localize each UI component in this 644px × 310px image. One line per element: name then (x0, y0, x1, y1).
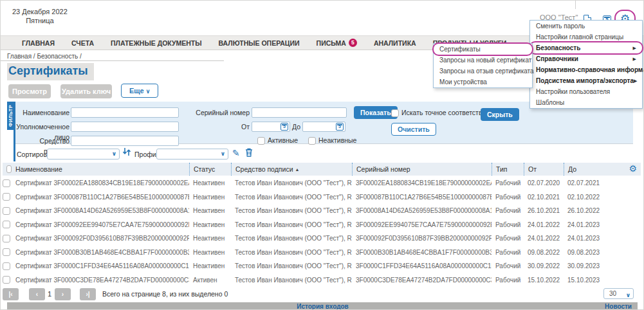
login-history-link[interactable]: История входов (1, 303, 644, 310)
cert-status: Неактивен (189, 235, 231, 242)
header-divider (575, 1, 576, 9)
calendar-icon[interactable]: 5 (336, 123, 344, 131)
nav-item[interactable]: СЧЕТА (63, 39, 102, 47)
table-row[interactable]: Сертификат 3F0000C1FFD34E64A5116A08A0000… (3, 259, 641, 273)
date-from-input[interactable]: 5 (252, 122, 290, 132)
row-checkbox[interactable] (3, 235, 10, 242)
sort-asc-icon: ▲ (295, 167, 300, 172)
view-button[interactable]: Просмотр (8, 84, 51, 98)
clear-button[interactable]: Очистить (391, 123, 436, 136)
cert-serial: 3F000092F0D395610B87F39BB20000000092F0 (352, 235, 492, 242)
delete-profile-trash-icon[interactable] (245, 148, 253, 158)
settings-menu-item[interactable]: Настройки пользователя ▶ (530, 86, 642, 97)
table-settings-gear-icon[interactable]: ⚙ (629, 163, 637, 174)
nav-item[interactable]: ГЛАВНАЯ (14, 39, 63, 47)
cert-status: Неактивен (189, 207, 231, 214)
sort-direction-icon[interactable] (122, 147, 131, 158)
col-from[interactable]: От (524, 163, 564, 176)
edit-profile-pencil-icon[interactable]: ✎ (232, 148, 240, 158)
row-checkbox[interactable] (3, 207, 10, 215)
tool-filter-input[interactable] (71, 136, 179, 146)
cert-name: Сертификат 3F0000C1FFD34E64A5116A08A0000… (12, 262, 189, 269)
date-to-label: До (292, 122, 300, 132)
breadcrumb[interactable]: Главная / Безопасность / (7, 53, 82, 60)
cert-name: Сертификат 3F000092F0D395610B87F39BB2000… (12, 235, 189, 242)
page-summary: Всего на странице 8, из них выделено 0 (102, 290, 228, 298)
row-checkbox[interactable] (3, 262, 10, 270)
cert-valid-to: 24.01.2023 (564, 235, 641, 242)
delete-key-button[interactable]: Удалить ключ (60, 84, 112, 98)
table-row[interactable]: Сертификат 3F000087B110C1A27B6E54B5E1000… (3, 190, 641, 205)
cert-valid-from: 02.07.2020 (524, 179, 564, 187)
settings-menu-item[interactable]: Безопасность ▶ (530, 42, 642, 53)
last-page-button[interactable]: ›| (80, 288, 96, 300)
cert-valid-to: 02.10.2022 (564, 194, 641, 201)
date-from-label: От (223, 122, 250, 132)
row-checkbox[interactable] (3, 193, 10, 201)
col-tool[interactable]: Средство подписи▲ (231, 163, 352, 176)
nav-item[interactable]: АНАЛИТИКА (365, 39, 425, 47)
cert-signing-tool: Тестов Иван Иванович (ООО "Тест"), RSA (231, 179, 352, 187)
app-window: 23 Декабря 2022 Пятница ООО "Тест" 5 ⚙ Г… (0, 0, 644, 310)
col-type[interactable]: Тип (492, 163, 524, 176)
name-filter-input[interactable] (71, 107, 179, 118)
table-row[interactable]: Сертификат 3F00008A14D62A526959E53B8F000… (3, 204, 641, 218)
table-row[interactable]: Сертификат 3F000092EE994075E7CAA7E759000… (3, 218, 641, 232)
settings-menu-item[interactable]: Настройки главной страницы ▶ (530, 32, 642, 42)
nav-item[interactable]: ПИСЬМА 5 (308, 39, 365, 47)
serial-filter-input[interactable] (252, 107, 347, 118)
col-name[interactable]: Наименование (12, 163, 189, 176)
table-row[interactable]: Сертификат 3F0000B30B1AB468E4CBBA1F7F000… (3, 246, 641, 260)
settings-menu-item[interactable]: Сменить пароль ▶ (530, 21, 642, 32)
menu-item-label: Настройки главной страницы (536, 32, 623, 42)
news-link[interactable]: Новости (605, 303, 632, 310)
cert-valid-from: 30.09.2022 (524, 262, 564, 269)
settings-menu: Сменить пароль ▶ Настройки главной стран… (529, 20, 643, 109)
row-checkbox[interactable] (3, 248, 10, 256)
inactive-checkbox[interactable] (308, 137, 316, 145)
col-serial[interactable]: Серийный номер (352, 163, 492, 176)
row-checkbox[interactable] (3, 276, 10, 284)
prev-page-button[interactable]: ‹ (29, 288, 45, 300)
settings-menu-item[interactable]: Шаблоны ▶ (530, 97, 642, 108)
security-submenu-item[interactable]: Мои устройства (434, 77, 532, 87)
nav-item[interactable]: ПЛАТЕЖНЫЕ ДОКУМЕНТЫ (102, 39, 210, 47)
person-filter-input[interactable] (71, 122, 179, 132)
cert-valid-from: 15.10.2022 (524, 277, 564, 284)
security-submenu-item[interactable]: Запросы на отзыв сертификата (434, 66, 532, 77)
sort-select[interactable]: ∨ (47, 149, 120, 160)
next-page-button[interactable]: › (55, 288, 71, 300)
table-row[interactable]: Сертификат 3F000092F0D395610B87F39BB2000… (3, 232, 641, 246)
nav-item[interactable]: ВАЛЮТНЫЕ ОПЕРАЦИИ (210, 39, 308, 47)
cert-status: Неактивен (189, 221, 231, 228)
hide-button[interactable]: Скрыть (481, 108, 519, 121)
date-to-input[interactable]: 5 (302, 122, 345, 132)
exact-match-checkbox[interactable] (391, 109, 399, 117)
cert-valid-from: 24.01.2022 (524, 221, 564, 228)
security-submenu: Сертификаты Запросы на новый сертификат … (433, 43, 533, 88)
table-row[interactable]: Сертификат 3F0000C3DE78EA47274B2DA7FD000… (3, 273, 641, 287)
chevron-down-icon: ∨ (626, 290, 630, 300)
profile-select[interactable]: ∨ (156, 149, 228, 160)
calendar-icon[interactable]: 5 (281, 123, 288, 131)
first-page-button[interactable]: |‹ (3, 288, 19, 300)
col-status[interactable]: Статус (189, 163, 231, 176)
settings-menu-item[interactable]: Подсистема импорта/экспорта ▶ (530, 75, 642, 86)
settings-menu-item[interactable]: Справочники ▶ (530, 53, 642, 64)
cert-valid-from: 24.01.2022 (524, 235, 564, 242)
table-header: Наименование Статус Средство подписи▲ Се… (3, 163, 641, 176)
security-submenu-item[interactable]: Запросы на новый сертификат (434, 55, 532, 66)
active-checkbox[interactable] (257, 137, 265, 145)
table-row[interactable]: Сертификат 3F00002EA1880834CB19E18E79000… (3, 176, 641, 190)
more-button[interactable]: Еще ∨ (121, 84, 158, 98)
cert-valid-from: 09.08.2022 (524, 249, 564, 256)
settings-menu-item[interactable]: Нормативно-справочная информация ▶ (530, 64, 642, 75)
page-size-select[interactable]: 30∨ (603, 288, 634, 299)
row-checkbox[interactable] (3, 179, 10, 187)
exact-match-row: Искать точное соответствие (391, 108, 490, 117)
select-all-checkbox[interactable] (6, 165, 12, 173)
row-checkbox[interactable] (3, 221, 10, 228)
cert-type: Рабочий (492, 221, 524, 228)
cert-signing-tool: Тестов Иван Иванович (ООО "Тест"), RSA (231, 221, 352, 228)
security-submenu-item[interactable]: Сертификаты (434, 44, 532, 55)
